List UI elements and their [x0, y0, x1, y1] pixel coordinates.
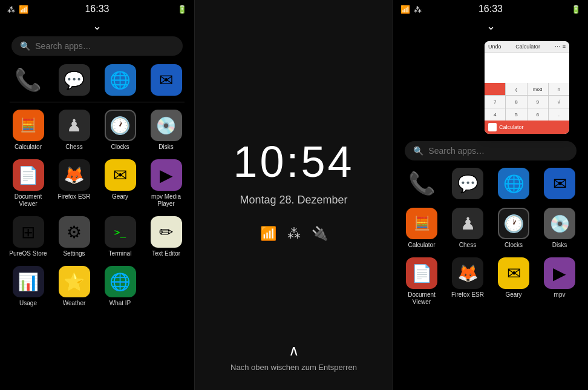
document-viewer-label: Document Viewer [8, 193, 48, 208]
lock-bottom[interactable]: ∧ Nach oben wischen zum Entsperren [230, 342, 357, 372]
right-geary-label: Geary [505, 291, 521, 299]
app-document-viewer[interactable]: 📄 Document Viewer [7, 157, 50, 210]
right-pinned-chatty[interactable]: 💬 [446, 165, 489, 202]
right-time: 16:33 [431, 4, 550, 15]
right-status-bar: 📶 ⁂ 16:33 🔋 [393, 0, 588, 18]
right-search-icon: 🔍 [413, 146, 423, 156]
right-pinned-email[interactable]: ✉ [538, 165, 581, 202]
left-chevron[interactable]: ⌄ [93, 19, 102, 33]
geary-label: Geary [112, 193, 128, 200]
app-text-editor[interactable]: ✏ Text Editor [145, 214, 188, 260]
right-app-disks[interactable]: 💿 Disks [538, 205, 581, 251]
right-app-document-viewer[interactable]: 📄 Document Viewer [400, 255, 443, 308]
calc-btn-7[interactable]: 7 [485, 96, 505, 108]
calc-close-icon[interactable]: ≡ [563, 44, 566, 50]
calc-btn-clear[interactable] [485, 83, 505, 95]
calculator-window[interactable]: Undo Calculator ⋯ ≡ ( mod n 7 8 9 √ 4 5 … [485, 41, 569, 134]
calc-btn-9[interactable]: 9 [528, 96, 548, 108]
right-panel: 📶 ⁂ 16:33 🔋 ⌄ Undo Calculator ⋯ ≡ ( mod … [393, 0, 588, 390]
mpv-label: mpv Media Player [146, 193, 186, 208]
app-weather[interactable]: ⭐ Weather [53, 263, 96, 309]
chess-icon: ♟ [59, 110, 90, 141]
right-wifi-icon: 📶 [400, 5, 410, 14]
calc-btn-dot[interactable]: . [549, 108, 569, 121]
right-firefox-label: Firefox ESR [451, 291, 484, 299]
left-search-input[interactable] [35, 41, 174, 51]
calculator-label: Calculator [15, 144, 42, 151]
app-pureos-store[interactable]: ⊞ PureOS Store [7, 214, 50, 260]
calc-buttons: ( mod n 7 8 9 √ 4 5 6 . [485, 83, 569, 121]
right-pinned-browser[interactable]: 🌐 [492, 165, 535, 202]
calc-undo[interactable]: Undo [488, 44, 501, 50]
email-icon: ✉ [151, 64, 182, 96]
left-time: 16:33 [38, 4, 157, 15]
calc-btn-5[interactable]: 5 [506, 108, 526, 121]
right-app-chess[interactable]: ♟ Chess [446, 205, 489, 251]
calculator-icon: 🧮 [13, 110, 44, 141]
right-battery-icon: 🔋 [571, 5, 581, 14]
left-status-icons-left: ⁂ 📶 [7, 5, 38, 14]
right-app-calculator[interactable]: 🧮 Calculator [400, 205, 443, 251]
calc-btn-n[interactable]: n [549, 83, 569, 95]
right-app-mpv[interactable]: ▶ mpv [538, 255, 581, 308]
pinned-browser[interactable]: 🌐 [99, 62, 142, 98]
calc-btn-open-paren[interactable]: ( [506, 83, 526, 95]
right-document-viewer-icon: 📄 [406, 257, 437, 289]
calc-btn-6[interactable]: 6 [528, 108, 548, 121]
chatty-icon: 💬 [59, 64, 90, 96]
app-clocks[interactable]: 🕐 Clocks [99, 107, 142, 153]
app-settings[interactable]: ⚙ Settings [53, 214, 96, 260]
right-search-bar[interactable]: 🔍 [405, 141, 576, 160]
calc-btn-4[interactable]: 4 [485, 108, 505, 121]
calc-btn-8[interactable]: 8 [506, 96, 526, 108]
right-app-firefox[interactable]: 🦊 Firefox ESR [446, 255, 489, 308]
right-chevron[interactable]: ⌄ [486, 19, 495, 33]
firefox-label: Firefox ESR [58, 193, 91, 200]
calc-menu-icon[interactable]: ⋯ [555, 44, 560, 50]
app-geary[interactable]: ✉ Geary [99, 157, 142, 210]
app-firefox[interactable]: 🦊 Firefox ESR [53, 157, 96, 210]
right-search-input[interactable] [428, 146, 567, 156]
pureos-store-icon: ⊞ [13, 216, 44, 248]
lock-bluetooth-icon: ⁂ [287, 226, 301, 242]
pinned-email[interactable]: ✉ [145, 62, 188, 98]
right-document-viewer-label: Document Viewer [402, 291, 442, 306]
app-chess[interactable]: ♟ Chess [53, 107, 96, 153]
clocks-icon: 🕐 [105, 110, 136, 141]
usage-label: Usage [19, 300, 37, 307]
left-divider [10, 102, 185, 102]
app-calculator[interactable]: 🧮 Calculator [7, 107, 50, 153]
left-status-icons-right: 🔋 [157, 5, 187, 14]
whatip-label: What IP [109, 300, 131, 307]
right-pinned-phone[interactable]: 📞 [400, 165, 443, 202]
right-app-clocks[interactable]: 🕐 Clocks [492, 205, 535, 251]
right-chess-label: Chess [459, 242, 476, 249]
geary-icon: ✉ [105, 159, 136, 191]
app-mpv[interactable]: ▶ mpv Media Player [145, 157, 188, 210]
right-calculator-label: Calculator [408, 242, 435, 249]
terminal-icon: >_ [105, 216, 136, 248]
app-whatip[interactable]: 🌐 What IP [99, 263, 142, 309]
app-disks[interactable]: 💿 Disks [145, 107, 188, 153]
pinned-chatty[interactable]: 💬 [53, 62, 96, 98]
right-app-geary[interactable]: ✉ Geary [492, 255, 535, 308]
lock-screen-content: 10:54 Montag 28. Dezember 📶 ⁂ 🔌 [233, 137, 354, 242]
pinned-phone[interactable]: 📞 [7, 62, 50, 98]
calc-footer-icon [488, 123, 497, 131]
lock-wifi-icon: 📶 [260, 226, 276, 242]
right-clocks-icon: 🕐 [498, 208, 529, 239]
mpv-icon: ▶ [151, 159, 182, 191]
right-pinned-row: 📞 💬 🌐 ✉ [400, 165, 581, 202]
calc-btn-sqrt[interactable]: √ [549, 96, 569, 108]
app-terminal[interactable]: >_ Terminal [99, 214, 142, 260]
phone-icon: 📞 [13, 64, 44, 96]
left-pinned-row: 📞 💬 🌐 ✉ [7, 62, 188, 98]
swipe-up-arrow[interactable]: ∧ [289, 342, 299, 359]
right-firefox-icon: 🦊 [452, 257, 483, 289]
app-usage[interactable]: 📊 Usage [7, 263, 50, 309]
right-mpv-label: mpv [554, 291, 566, 299]
disks-label: Disks [158, 144, 173, 151]
calc-btn-mod[interactable]: mod [528, 83, 548, 95]
right-chatty-icon: 💬 [452, 168, 483, 199]
left-search-bar[interactable]: 🔍 [11, 36, 182, 56]
